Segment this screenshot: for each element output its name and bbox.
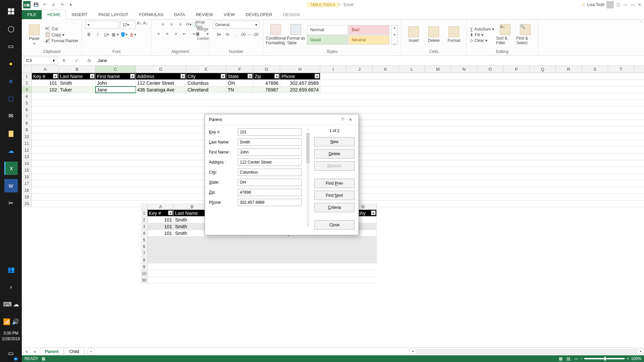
- sheet-tab-parent[interactable]: Parent: [40, 347, 63, 356]
- paste-button[interactable]: Paste▾: [25, 22, 43, 48]
- tab-formulas[interactable]: FORMULAS: [134, 10, 169, 19]
- insert-cells-button[interactable]: Insert: [405, 22, 423, 48]
- horizontal-scrollbar[interactable]: ◂▸: [409, 349, 644, 354]
- find-prev-button[interactable]: Find Prev: [314, 179, 355, 188]
- notifications-icon[interactable]: ▭6: [4, 347, 18, 360]
- start-icon[interactable]: [4, 5, 18, 18]
- chrome-icon[interactable]: ●: [4, 57, 18, 70]
- tab-home[interactable]: HOME: [42, 10, 66, 19]
- name-box[interactable]: C3▾: [24, 57, 57, 65]
- fx-icon[interactable]: fx: [86, 58, 93, 63]
- sheet-tab-child[interactable]: Child: [64, 347, 84, 356]
- formula-input[interactable]: Jane: [96, 58, 642, 63]
- fill-color-button[interactable]: 🪣▾: [120, 31, 127, 38]
- qa-more-icon[interactable]: ▾: [67, 1, 74, 8]
- increase-decimal-button[interactable]: .00→: [241, 31, 249, 38]
- tab-view[interactable]: VIEW: [218, 10, 240, 19]
- enter-fx-icon[interactable]: ✓: [73, 58, 80, 63]
- user-name[interactable]: Lisa Todd: [587, 2, 604, 7]
- close-window-icon[interactable]: ✕: [638, 2, 641, 7]
- field-input[interactable]: [238, 199, 302, 206]
- cancel-fx-icon[interactable]: ✕: [60, 58, 67, 63]
- font-size-select[interactable]: 12 ▾: [120, 21, 136, 29]
- sheet-nav-next[interactable]: ▸: [31, 349, 40, 354]
- redo-icon[interactable]: ↷: [59, 1, 65, 8]
- find-select-button[interactable]: 🔍Find & Select: [516, 22, 534, 48]
- tab-design[interactable]: DESIGN: [278, 10, 305, 19]
- cell-styles-gallery[interactable]: Normal Bad Good Neutral: [307, 25, 389, 45]
- font-family-select[interactable]: ▾: [85, 21, 119, 29]
- increase-font-icon[interactable]: A↑: [137, 21, 142, 29]
- view-buttons[interactable]: ▦▤▭: [557, 356, 580, 361]
- table-row[interactable]: 2 101 Smith John 112 Center Street Colum…: [22, 80, 644, 86]
- collapse-ribbon-icon[interactable]: ˆ: [637, 19, 644, 55]
- italic-button[interactable]: I: [94, 31, 101, 38]
- decrease-font-icon[interactable]: A↓: [143, 21, 148, 29]
- column-headers[interactable]: AB C DE FG H IJ KL MN OP QR ST: [22, 66, 644, 73]
- touch-icon[interactable]: ⎚: [50, 1, 57, 8]
- edge-icon[interactable]: e: [4, 74, 18, 88]
- field-input[interactable]: [238, 159, 302, 166]
- copy-button[interactable]: 📋Copy ▾: [45, 32, 78, 37]
- field-input[interactable]: [238, 138, 302, 146]
- people-icon[interactable]: 👥: [4, 263, 18, 276]
- percent-button[interactable]: %: [224, 31, 231, 38]
- explorer-icon[interactable]: ▇: [4, 127, 18, 140]
- dialog-help-icon[interactable]: ?: [338, 117, 346, 122]
- tab-data[interactable]: DATA: [169, 10, 191, 19]
- comma-button[interactable]: ,: [232, 31, 240, 38]
- dialog-scrollbar[interactable]: ˄˅: [305, 128, 311, 230]
- sheet-nav-prev[interactable]: ◂: [22, 349, 31, 354]
- undo-icon[interactable]: ↶: [41, 1, 48, 8]
- number-format-select[interactable]: General▾: [213, 21, 260, 29]
- tab-file[interactable]: FILE: [22, 10, 42, 19]
- bold-button[interactable]: B: [85, 31, 93, 38]
- add-sheet-button[interactable]: +: [87, 348, 95, 356]
- taskview-icon[interactable]: ▭: [4, 40, 18, 53]
- excel-taskbar-icon[interactable]: x: [4, 162, 18, 175]
- tab-review[interactable]: REVIEW: [191, 10, 218, 19]
- taskbar-clock[interactable]: 3:00 PM2/26/2019: [2, 330, 20, 342]
- close-button[interactable]: Close: [314, 220, 355, 230]
- word-icon[interactable]: w: [4, 179, 18, 192]
- cortana-icon[interactable]: ◯: [4, 22, 18, 36]
- new-button[interactable]: New: [314, 137, 355, 146]
- delete-button[interactable]: Delete: [314, 149, 355, 159]
- delete-cells-button[interactable]: Delete: [425, 22, 443, 48]
- snip-icon[interactable]: ✂: [4, 196, 18, 210]
- autosum-button[interactable]: ∑ AutoSum ▾: [470, 27, 494, 32]
- avatar[interactable]: [606, 1, 614, 8]
- format-painter-button[interactable]: 🖌Format Painter: [45, 38, 78, 43]
- ribbon-display-icon[interactable]: ▢: [616, 2, 620, 7]
- mail-icon[interactable]: ✉: [4, 109, 18, 123]
- field-input[interactable]: [238, 128, 302, 136]
- select-all-corner[interactable]: [22, 66, 32, 73]
- store-icon[interactable]: ▢: [4, 92, 18, 105]
- decrease-decimal-button[interactable]: ←.00: [250, 31, 257, 38]
- tab-page-layout[interactable]: PAGE LAYOUT: [93, 10, 134, 19]
- find-next-button[interactable]: Find Next: [314, 191, 355, 200]
- tab-developer[interactable]: DEVELOPER: [240, 10, 277, 19]
- minimize-icon[interactable]: —: [624, 2, 628, 7]
- criteria-button[interactable]: Criteria: [314, 203, 355, 212]
- styles-scroll[interactable]: ▴▾⎯: [391, 25, 397, 45]
- currency-button[interactable]: $▾: [215, 31, 222, 38]
- conditional-formatting-button[interactable]: Conditional Formatting: [267, 22, 285, 48]
- sort-filter-button[interactable]: A↓Sort & Filter: [496, 22, 514, 48]
- merge-center-button[interactable]: ▦ Merge & Center ▾: [198, 30, 206, 38]
- zoom-slider[interactable]: −+100%: [580, 356, 641, 361]
- border-button[interactable]: ▦ ▾: [111, 31, 119, 38]
- table-header-row[interactable]: 1 Key #▾ Last Name▾ First Name▾ Address▾…: [22, 73, 644, 80]
- field-input[interactable]: [238, 189, 302, 196]
- save-icon[interactable]: 💾: [33, 1, 39, 8]
- format-cells-button[interactable]: Format: [445, 22, 463, 48]
- underline-button[interactable]: U ▾: [103, 31, 110, 38]
- maximize-icon[interactable]: ▭: [631, 2, 635, 7]
- field-input[interactable]: [238, 169, 302, 176]
- fill-button[interactable]: ⬇ Fill ▾: [470, 33, 494, 37]
- tab-insert[interactable]: INSERT: [66, 10, 93, 19]
- tray-icons-2[interactable]: 📶🔊: [4, 315, 18, 328]
- clear-button[interactable]: ◇ Clear ▾: [470, 38, 494, 43]
- table-row[interactable]: 3 102 Tuker Jane 436 Saratoga Ave Clevel…: [22, 86, 644, 93]
- onedrive-icon[interactable]: ☁: [4, 144, 18, 158]
